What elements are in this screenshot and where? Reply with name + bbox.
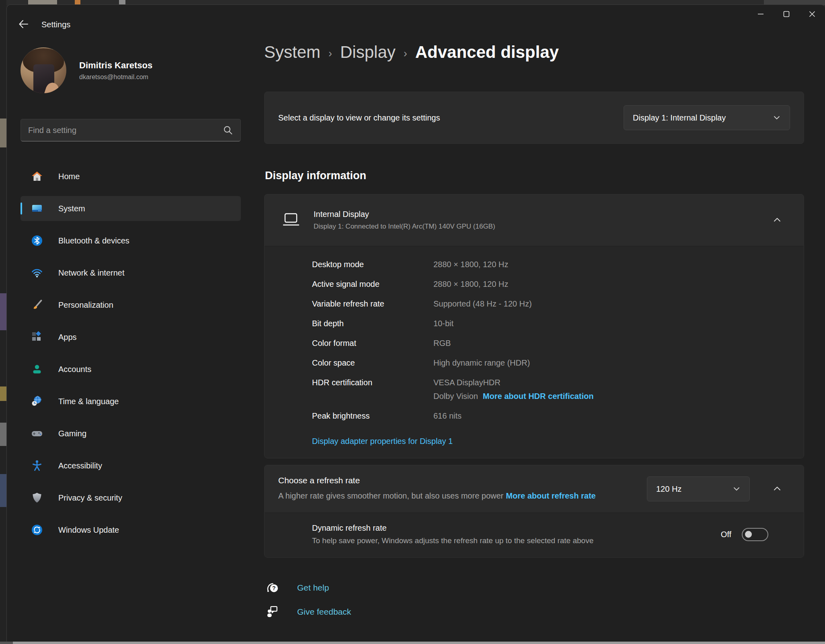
get-help-icon: ? <box>266 581 279 595</box>
give-feedback-icon <box>266 605 279 619</box>
collapse-refresh-rate-button[interactable] <box>768 480 786 498</box>
sidebar-item-label: Time & language <box>58 397 119 406</box>
sidebar-item-label: Privacy & security <box>58 493 122 503</box>
sidebar-item-label: Accounts <box>58 365 91 374</box>
breadcrumb-display[interactable]: Display <box>340 43 396 62</box>
sidebar-item-label: System <box>58 204 85 213</box>
time-language-icon <box>31 395 43 407</box>
settings-window: Settings <box>6 4 825 642</box>
display-adapter-properties-link[interactable]: Display adapter properties for Display 1 <box>312 437 453 446</box>
refresh-rate-description: A higher rate gives smoother motion, but… <box>278 489 647 502</box>
titlebar: Settings <box>7 5 825 37</box>
desktop-background-left <box>0 0 6 644</box>
info-row-variable-refresh-rate: Variable refresh rate Supported (48 Hz -… <box>312 297 786 311</box>
sidebar: Dimitris Karetsos dkaretsos@hotmail.com <box>7 37 248 642</box>
svg-text:?: ? <box>272 585 276 591</box>
sidebar-item-label: Bluetooth & devices <box>58 236 129 245</box>
breadcrumb-system[interactable]: System <box>264 43 320 62</box>
search-box[interactable] <box>21 119 241 141</box>
sidebar-item-label: Gaming <box>58 429 86 438</box>
dynamic-refresh-rate-toggle[interactable] <box>742 528 768 541</box>
taskbar-edge-dark <box>0 642 13 644</box>
desktop-sliver <box>119 0 125 4</box>
close-button[interactable] <box>799 5 825 23</box>
sidebar-item-network-internet[interactable]: Network & internet <box>21 260 241 285</box>
sidebar-item-apps[interactable]: Apps <box>21 325 241 350</box>
collapse-display-info-button[interactable] <box>768 211 786 229</box>
chevron-up-icon <box>773 485 782 493</box>
desktop-sliver <box>75 0 80 4</box>
user-name: Dimitris Karetsos <box>79 60 152 71</box>
network-icon <box>31 267 43 279</box>
back-arrow-icon <box>17 18 29 30</box>
sidebar-item-accounts[interactable]: Accounts <box>21 357 241 382</box>
display-select-value: Display 1: Internal Display <box>633 113 726 123</box>
info-row-active-signal-mode: Active signal mode 2880 × 1800, 120 Hz <box>312 277 786 291</box>
close-icon <box>807 8 818 20</box>
sidebar-item-label: Home <box>58 172 80 181</box>
sidebar-nav: Home System <box>15 164 248 542</box>
sidebar-item-label: Network & internet <box>58 268 125 278</box>
avatar <box>21 47 66 93</box>
desktop-sliver <box>0 386 6 401</box>
user-profile[interactable]: Dimitris Karetsos dkaretsos@hotmail.com <box>21 47 248 93</box>
home-icon <box>31 170 43 182</box>
select-display-card: Select a display to view or change its s… <box>264 92 804 144</box>
maximize-button[interactable] <box>774 5 799 23</box>
desktop-sliver <box>0 423 6 446</box>
sidebar-item-system[interactable]: System <box>21 196 241 221</box>
get-help-link[interactable]: ? Get help <box>264 581 804 595</box>
dynamic-refresh-rate-title: Dynamic refresh rate <box>312 523 593 533</box>
window-controls <box>748 5 825 23</box>
display-info-header[interactable]: Internal Display Display 1: Connected to… <box>265 194 804 246</box>
sidebar-item-time-language[interactable]: Time & language <box>21 389 241 414</box>
more-about-hdr-link[interactable]: More about HDR certification <box>483 392 594 401</box>
gaming-icon <box>31 427 43 440</box>
info-row-color-format: Color format RGB <box>312 336 786 350</box>
taskbar-edge <box>0 642 825 644</box>
info-row-hdr-certification: HDR certification VESA DisplayHDR Dolby … <box>312 376 786 403</box>
breadcrumb-separator: › <box>404 45 407 60</box>
desktop-sliver <box>28 0 57 4</box>
toggle-knob <box>745 531 752 538</box>
display-info-details: Desktop mode 2880 × 1800, 120 Hz Active … <box>265 246 804 458</box>
desktop-sliver <box>0 474 6 507</box>
refresh-rate-dropdown[interactable]: 120 Hz <box>647 476 750 501</box>
desktop-sliver <box>0 119 6 147</box>
refresh-rate-value: 120 Hz <box>656 485 681 494</box>
more-about-refresh-rate-link[interactable]: More about refresh rate <box>506 491 595 500</box>
sidebar-item-accessibility[interactable]: Accessibility <box>21 453 241 478</box>
sidebar-item-home[interactable]: Home <box>21 164 241 189</box>
sidebar-item-gaming[interactable]: Gaming <box>21 421 241 446</box>
maximize-icon <box>781 8 792 20</box>
accessibility-icon <box>31 460 43 472</box>
display-card-subtitle: Display 1: Connected to Intel(R) Arc(TM)… <box>314 223 768 231</box>
sidebar-item-windows-update[interactable]: Windows Update <box>21 517 241 542</box>
info-row-color-space: Color space High dynamic range (HDR) <box>312 356 786 370</box>
search-input[interactable] <box>28 126 223 135</box>
display-select-dropdown[interactable]: Display 1: Internal Display <box>624 105 790 130</box>
bluetooth-icon <box>31 235 43 247</box>
select-display-label: Select a display to view or change its s… <box>278 113 440 123</box>
info-row-peak-brightness: Peak brightness 616 nits <box>312 409 786 423</box>
sidebar-item-label: Accessibility <box>58 461 102 470</box>
sidebar-item-privacy-security[interactable]: Privacy & security <box>21 485 241 510</box>
back-button[interactable] <box>14 16 33 32</box>
sidebar-item-bluetooth-devices[interactable]: Bluetooth & devices <box>21 228 241 253</box>
sidebar-item-label: Apps <box>58 333 77 342</box>
app-title: Settings <box>41 20 70 29</box>
chevron-up-icon <box>773 216 782 225</box>
display-information-card: Internal Display Display 1: Connected to… <box>264 194 804 458</box>
hdr-cert-line2: Dolby VisionMore about HDR certification <box>433 389 593 403</box>
user-email: dkaretsos@hotmail.com <box>79 74 152 81</box>
chevron-down-icon <box>773 114 781 122</box>
dynamic-refresh-rate-row: Dynamic refresh rate To help save power,… <box>265 513 804 557</box>
give-feedback-link[interactable]: Give feedback <box>264 605 804 619</box>
minimize-button[interactable] <box>748 5 774 23</box>
main-content: System › Display › Advanced display Sele… <box>248 37 825 642</box>
hdr-cert-line1: VESA DisplayHDR <box>433 376 593 389</box>
sidebar-item-personalization[interactable]: Personalization <box>21 292 241 317</box>
refresh-rate-header: Choose a refresh rate A higher rate give… <box>265 465 804 513</box>
refresh-rate-card: Choose a refresh rate A higher rate give… <box>264 465 804 558</box>
accounts-icon <box>31 363 43 375</box>
